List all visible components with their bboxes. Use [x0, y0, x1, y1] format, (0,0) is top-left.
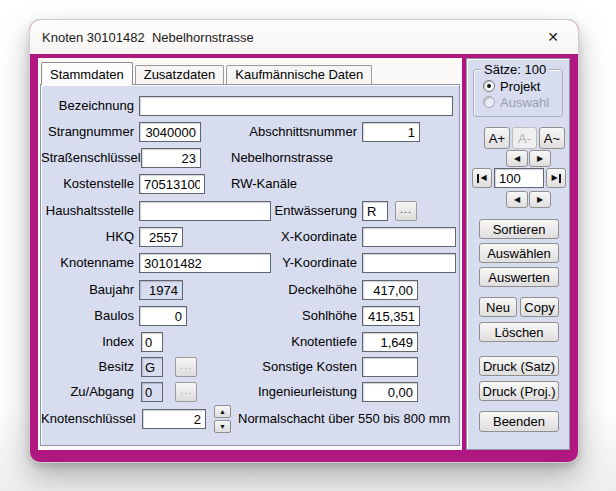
first-record-button[interactable]: ◀: [472, 168, 492, 188]
strangnummer-input[interactable]: [139, 122, 201, 142]
form-row-knotenname: Knotenname Y-Koordinate: [41, 253, 459, 273]
besitz-browse-button[interactable]: ...: [175, 357, 197, 377]
close-icon: ✕: [547, 30, 559, 44]
radio-checked-icon: [483, 80, 495, 92]
loeschen-button[interactable]: Löschen: [479, 322, 559, 342]
hkq-input[interactable]: [139, 227, 183, 247]
bezeichnung-label: Bezeichnung: [41, 96, 134, 116]
arrow-right-icon: ▶: [537, 196, 543, 204]
arrow-right-icon: ▶: [537, 155, 543, 163]
abschnittsnummer-input[interactable]: [362, 122, 420, 142]
druck-proj-button[interactable]: Druck (Proj.): [479, 381, 559, 401]
ingenieurleistung-label: Ingenieurleistung: [221, 382, 357, 402]
zoom-out-button: A-: [512, 127, 537, 149]
form-row-knotenschluessel: Knotenschlüssel ▲ ▼ Normalschacht über 5…: [41, 409, 459, 429]
form-row-strassenschluessel: Straßenschlüssel Nebelhornstrasse: [41, 148, 459, 168]
entwaesserung-browse-button[interactable]: ...: [395, 201, 417, 221]
first-record-icon: [477, 174, 479, 183]
kostenstelle-label: Kostenstelle: [41, 174, 134, 194]
baujahr-label: Baujahr: [41, 280, 134, 300]
y-koordinate-input[interactable]: [362, 253, 456, 273]
strassenschluessel-label: Straßenschlüssel: [41, 148, 134, 168]
radio-auswahl-label: Auswahl: [500, 95, 549, 110]
hkq-label: HKQ: [41, 227, 134, 247]
radio-projekt[interactable]: Projekt: [483, 78, 562, 94]
tab-stammdaten[interactable]: Stammdaten: [41, 62, 133, 85]
spinner-down-button[interactable]: ▼: [214, 420, 231, 433]
knotenschluessel-label: Knotenschlüssel: [41, 409, 134, 429]
auswerten-button[interactable]: Auswerten: [479, 267, 559, 287]
knotentiefe-input[interactable]: [362, 332, 418, 352]
tab-control: Stammdaten Zusatzdaten Kaufmännische Dat…: [38, 58, 462, 450]
auswaehlen-button[interactable]: Auswählen: [479, 243, 559, 263]
sonstige-kosten-input[interactable]: [362, 357, 418, 377]
saetze-group: Sätze: 100 Projekt Auswahl: [473, 69, 563, 117]
tab-kaufmaennische-daten[interactable]: Kaufmännische Daten: [226, 65, 372, 84]
druck-satz-button[interactable]: Druck (Satz): [479, 356, 559, 376]
kostenstelle-input[interactable]: [139, 174, 205, 194]
nav-next-bottom-button[interactable]: ▶: [529, 191, 551, 208]
dialog-body: Stammdaten Zusatzdaten Kaufmännische Dat…: [30, 54, 578, 462]
form-row-baulos: Baulos Sohlhöhe: [41, 306, 459, 326]
index-input[interactable]: [141, 332, 163, 352]
zoom-reset-button[interactable]: A~: [539, 127, 565, 149]
form-row-kostenstelle: Kostenstelle RW-Kanäle: [41, 174, 459, 194]
nav-next-top-button[interactable]: ▶: [529, 150, 551, 167]
last-record-button[interactable]: ▶: [546, 168, 566, 188]
neu-button[interactable]: Neu: [479, 297, 517, 317]
knotentiefe-label: Knotentiefe: [221, 332, 357, 352]
haushaltsstelle-label: Haushaltsstelle: [41, 201, 134, 221]
index-label: Index: [41, 332, 134, 352]
knotenschluessel-note: Normalschacht über 550 bis 800 mm: [238, 409, 450, 429]
zoom-in-button[interactable]: A+: [484, 127, 510, 149]
last-record-icon: [559, 174, 561, 183]
deckelhoehe-input[interactable]: [362, 280, 418, 300]
knotenschluessel-spinner: ▲ ▼: [214, 405, 231, 433]
arrow-down-icon: ▼: [219, 423, 226, 430]
form-row-haushaltsstelle: Haushaltsstelle Entwässerung ...: [41, 201, 459, 221]
deckelhoehe-label: Deckelhöhe: [221, 280, 357, 300]
copy-button[interactable]: Copy: [520, 297, 559, 317]
sohlhoehe-label: Sohlhöhe: [221, 306, 357, 326]
strassenschluessel-input[interactable]: [141, 148, 201, 168]
radio-auswahl: Auswahl: [483, 94, 562, 110]
form-row-besitz: Besitz ... Sonstige Kosten: [41, 357, 459, 377]
bezeichnung-input[interactable]: [139, 96, 453, 116]
window-title: Knoten 30101482 Nebelhornstrasse: [42, 30, 538, 45]
tab-zusatzdaten[interactable]: Zusatzdaten: [135, 65, 225, 84]
side-panel: Sätze: 100 Projekt Auswahl A+ A- A~ ◀ ▶ …: [466, 58, 570, 450]
close-button[interactable]: ✕: [538, 24, 568, 50]
nav-prev-bottom-button[interactable]: ◀: [506, 191, 528, 208]
knotenschluessel-input[interactable]: [142, 409, 206, 429]
besitz-label: Besitz: [41, 357, 134, 377]
besitz-input: [141, 357, 163, 377]
entwaesserung-input[interactable]: [362, 201, 388, 221]
arrow-left-icon: ◀: [514, 196, 520, 204]
sohlhoehe-input[interactable]: [362, 306, 420, 326]
stammdaten-page: Bezeichnung Strangnummer Abschnittsnumme…: [40, 84, 460, 446]
arrow-left-icon: ◀: [514, 155, 520, 163]
strassenschluessel-note: Nebelhornstrasse: [231, 148, 333, 168]
knoten-dialog: Knoten 30101482 Nebelhornstrasse ✕ Stamm…: [30, 20, 578, 462]
x-koordinate-input[interactable]: [362, 227, 456, 247]
form-row-zu-abgang: Zu/Abgang ... Ingenieurleistung: [41, 382, 459, 402]
sortieren-button[interactable]: Sortieren: [479, 219, 559, 239]
baulos-input[interactable]: [139, 306, 187, 326]
x-koordinate-label: X-Koordinate: [221, 227, 357, 247]
entwaesserung-label: Entwässerung: [221, 201, 357, 221]
baulos-label: Baulos: [41, 306, 134, 326]
spinner-up-button[interactable]: ▲: [214, 405, 231, 418]
tab-strip: Stammdaten Zusatzdaten Kaufmännische Dat…: [41, 61, 374, 84]
titlebar[interactable]: Knoten 30101482 Nebelhornstrasse ✕: [30, 20, 578, 54]
form-row-strangnummer: Strangnummer Abschnittsnummer: [41, 122, 459, 142]
arrow-up-icon: ▲: [219, 408, 226, 415]
desktop-background: Knoten 30101482 Nebelhornstrasse ✕ Stamm…: [0, 0, 616, 491]
record-position-input[interactable]: [494, 168, 544, 188]
zu-abgang-input: [141, 382, 163, 402]
beenden-button[interactable]: Beenden: [479, 411, 559, 432]
y-koordinate-label: Y-Koordinate: [221, 253, 357, 273]
radio-unchecked-icon: [483, 96, 495, 108]
nav-prev-top-button[interactable]: ◀: [506, 150, 528, 167]
ingenieurleistung-input[interactable]: [362, 382, 418, 402]
zu-abgang-browse-button[interactable]: ...: [175, 382, 197, 402]
